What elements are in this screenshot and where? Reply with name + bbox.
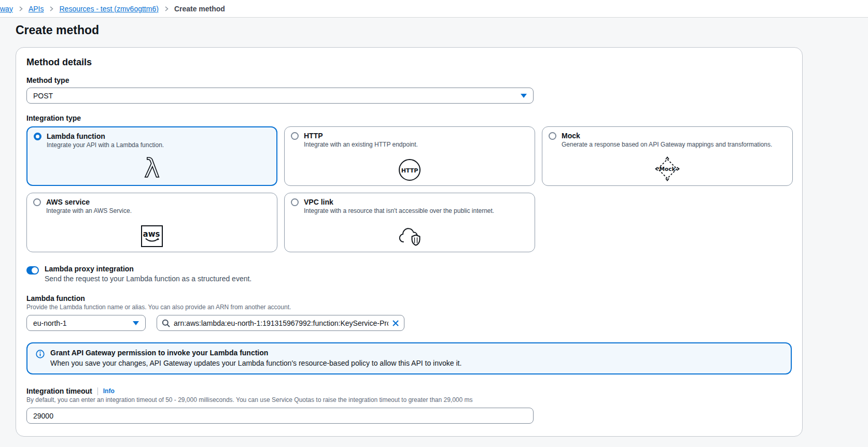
lambda-icon: λ [140,154,164,181]
lambda-proxy-row: Lambda proxy integration Send the reques… [26,265,792,283]
vpc-link-icon [397,225,423,248]
breadcrumb: way APIs Resources - test (zmv6ogttm6) C… [0,0,868,18]
tile-mock[interactable]: Mock Generate a response based on API Ga… [542,126,793,186]
lambda-arn-input[interactable]: arn:aws:lambda:eu-north-1:191315967992:f… [157,315,404,331]
tile-title: HTTP [304,132,323,140]
lambda-function-label: Lambda function [26,294,792,302]
svg-text:aws: aws [143,229,160,239]
radio-unchecked-icon[interactable] [549,132,556,140]
integration-timeout-description: By default, you can enter an integration… [26,396,792,403]
region-value: eu-north-1 [33,319,67,327]
lambda-arn-value: arn:aws:lambda:eu-north-1:191315967992:f… [174,319,388,327]
method-type-select[interactable]: POST [26,88,534,104]
integration-timeout-info-link[interactable]: Info [103,387,115,395]
tile-description: Integrate with an AWS Service. [46,207,271,214]
http-icon: HTTP [398,158,421,181]
tile-vpc-link[interactable]: VPC link Integrate with a resource that … [284,193,535,252]
chevron-right-icon [48,6,54,12]
svg-text:Mock: Mock [660,166,676,172]
tile-lambda-function[interactable]: Lambda function Integrate your API with … [26,126,277,186]
chevron-down-icon [521,94,527,98]
method-details-card: Method details Method type POST Integrat… [16,47,803,437]
radio-unchecked-icon[interactable] [291,198,299,206]
chevron-right-icon [163,6,170,12]
tile-description: Generate a response based on API Gateway… [562,141,786,148]
tile-aws-service[interactable]: AWS service Integrate with an AWS Servic… [26,193,277,252]
lambda-function-description: Provide the Lambda function name or alia… [26,304,792,311]
radio-unchecked-icon[interactable] [33,198,41,206]
tile-title: VPC link [304,198,333,206]
lambda-proxy-description: Send the request to your Lambda function… [45,275,251,283]
mock-icon: Mock [655,156,680,181]
breadcrumb-link-api-gateway[interactable]: way [0,5,13,13]
lambda-proxy-toggle[interactable] [26,266,39,275]
integration-timeout-input[interactable] [26,408,534,424]
info-icon [36,350,45,358]
radio-unchecked-icon[interactable] [291,132,299,140]
search-icon [162,319,170,327]
tile-description: Integrate your API with a Lambda functio… [47,141,270,149]
integration-type-label: Integration type [26,114,792,122]
tile-title: AWS service [46,198,90,206]
tile-http[interactable]: HTTP Integrate with an existing HTTP end… [284,126,535,186]
integration-timeout-label: Integration timeout [26,387,92,395]
breadcrumb-link-resources[interactable]: Resources - test (zmv6ogttm6) [59,5,158,13]
aws-icon: aws [141,225,163,248]
region-select[interactable]: eu-north-1 [26,315,146,331]
radio-checked-icon[interactable] [34,133,41,140]
integration-type-tiles: Lambda function Integrate your API with … [26,126,795,252]
breadcrumb-link-apis[interactable]: APIs [29,5,44,13]
tile-description: Integrate with a resource that isn't acc… [304,207,528,214]
chevron-down-icon [133,321,139,325]
permission-alert: Grant API Gateway permission to invoke y… [26,342,792,374]
svg-text:λ: λ [144,153,160,183]
alert-description: When you save your changes, API Gateway … [50,359,461,367]
lambda-proxy-label: Lambda proxy integration [45,265,251,273]
tile-title: Lambda function [47,132,105,140]
method-details-heading: Method details [26,57,792,68]
page-title: Create method [16,23,803,37]
tile-description: Integrate with an existing HTTP endpoint… [304,141,528,148]
label-divider [97,387,98,395]
method-type-label: Method type [26,76,792,84]
chevron-right-icon [18,6,24,12]
tile-title: Mock [562,132,580,140]
breadcrumb-current: Create method [174,5,225,13]
method-type-value: POST [33,92,53,100]
svg-text:HTTP: HTTP [401,167,418,174]
alert-title: Grant API Gateway permission to invoke y… [50,349,461,357]
clear-input-icon[interactable] [392,320,399,327]
